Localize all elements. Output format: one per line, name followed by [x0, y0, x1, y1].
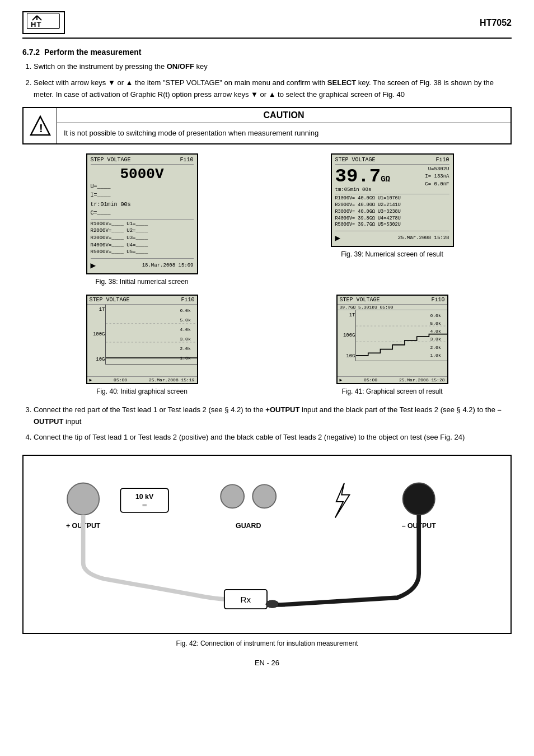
fig38-u: U=____	[91, 183, 194, 191]
fig38-timer: tr:01min 00s	[91, 200, 194, 209]
fig38-i: I=____	[91, 191, 194, 199]
fig41-caption: Fig. 41: Graphical screen of result	[341, 388, 442, 395]
fig38-block: STEP VOLTAGE Fi10 5000V U=____ I=____ tr…	[22, 153, 261, 286]
fig39-screen: STEP VOLTAGE Fi10 39.7GΩ tm:05min 00s U=…	[331, 153, 454, 247]
caution-title: CAUTION	[57, 108, 510, 123]
svg-point-19	[403, 483, 435, 515]
svg-point-12	[67, 483, 99, 515]
fig38-file: Fi10	[180, 157, 193, 163]
fig39-side: U=5302U I= 133nA C= 0.0nF	[425, 166, 449, 189]
figures-row-2: STEP VOLTAGE Fi10 1T 100G 10G	[22, 295, 512, 395]
svg-line-2	[37, 16, 41, 20]
step-2: Select with arrow keys ▼ or ▲ the item "…	[34, 77, 512, 101]
fig38-c: C=____	[91, 209, 194, 217]
caution-text: It is not possible to switching mode of …	[57, 123, 510, 143]
step-4: Connect the tip of Test lead 1 or Test l…	[34, 432, 512, 444]
fig40-screen: STEP VOLTAGE Fi10 1T 100G 10G	[86, 295, 198, 384]
fig41-screen: STEP VOLTAGE Fi10 39.7GΩ 5.301kU 05:00 1…	[336, 295, 448, 384]
fig41-block: STEP VOLTAGE Fi10 39.7GΩ 5.301kU 05:00 1…	[273, 295, 512, 395]
step-3: Connect the red part of the Test lead 1 …	[34, 404, 512, 428]
page-footer: EN - 26	[22, 659, 512, 667]
logo: HT	[22, 11, 65, 34]
fig41-file: Fi10	[431, 297, 444, 303]
svg-point-25	[266, 600, 279, 608]
fig40-caption: Fig. 40: Initial graphical screen	[96, 388, 188, 395]
svg-text:GUARD: GUARD	[236, 522, 261, 530]
fig40-title: STEP VOLTAGE	[90, 297, 130, 303]
caution-icon: !	[24, 108, 57, 143]
fig39-r-values: R1000V= 40.0GΩ U1=1076U R2000V= 40.0GΩ U…	[335, 194, 449, 228]
fig39-caption: Fig. 39: Numerical screen of result	[341, 250, 443, 258]
steps-list: Switch on the instrument by pressing the…	[22, 61, 512, 100]
svg-text:HT: HT	[31, 20, 41, 29]
svg-text:!: !	[39, 122, 43, 134]
connection-diagram: 10 kV ═ + OUTPUT GUARD – OUTPUT Rx	[22, 455, 512, 634]
svg-point-16	[221, 485, 244, 508]
svg-text:Rx: Rx	[241, 595, 251, 604]
fig38-footer: ▶ 18.Mar.2008 15:09	[91, 258, 194, 271]
fig40-file: Fi10	[181, 297, 194, 303]
fig39-arrow: ▶	[335, 232, 341, 244]
fig39-timer: tm:05min 00s	[335, 187, 390, 193]
svg-marker-18	[335, 483, 350, 518]
caution-content: CAUTION It is not possible to switching …	[57, 108, 510, 143]
model-number: HT7052	[480, 18, 512, 28]
connection-svg: 10 kV ═ + OUTPUT GUARD – OUTPUT Rx	[35, 467, 499, 622]
fig38-timestamp: 18.Mar.2008 15:09	[142, 263, 194, 268]
fig41-extra: 39.7GΩ 5.301kU 05:00	[338, 305, 447, 310]
section-title: 6.7.2 Perform the measurement	[22, 48, 512, 57]
fig39-footer: ▶ 25.Mar.2008 15:28	[335, 231, 449, 244]
fig39-title: STEP VOLTAGE	[335, 157, 376, 163]
fig38-title: STEP VOLTAGE	[91, 157, 131, 163]
fig41-title: STEP VOLTAGE	[340, 297, 380, 303]
fig39-unit: GΩ	[381, 175, 390, 184]
fig40-block: STEP VOLTAGE Fi10 1T 100G 10G	[22, 295, 261, 395]
fig39-block: STEP VOLTAGE Fi10 39.7GΩ tm:05min 00s U=…	[273, 153, 512, 286]
fig38-r-values: R1000V=____ U1=____ R2000V=____ U2=____ …	[91, 219, 194, 256]
caution-box: ! CAUTION It is not possible to switchin…	[22, 107, 512, 144]
svg-text:═: ═	[142, 503, 147, 509]
fig39-big-number: 39.7	[335, 166, 381, 187]
fig38-arrow: ▶	[91, 260, 96, 271]
fig38-voltage: 5000V	[91, 166, 194, 183]
fig42-caption: Fig. 42: Connection of instrument for in…	[22, 640, 512, 647]
steps-lower-list: Connect the red part of the Test lead 1 …	[22, 404, 512, 444]
fig39-timestamp: 25.Mar.2008 15:28	[398, 235, 449, 241]
fig38-caption: Fig. 38: Initial numerical screen	[95, 278, 188, 286]
step-1: Switch on the instrument by pressing the…	[34, 61, 512, 73]
fig38-screen: STEP VOLTAGE Fi10 5000V U=____ I=____ tr…	[86, 153, 198, 274]
page-header: HT HT7052	[22, 11, 512, 39]
figures-row-1: STEP VOLTAGE Fi10 5000V U=____ I=____ tr…	[22, 153, 512, 286]
page-number: EN - 26	[255, 659, 279, 667]
svg-point-17	[252, 485, 276, 508]
svg-line-1	[32, 16, 37, 20]
fig39-file: Fi10	[435, 157, 449, 163]
svg-text:10 kV: 10 kV	[135, 493, 154, 501]
